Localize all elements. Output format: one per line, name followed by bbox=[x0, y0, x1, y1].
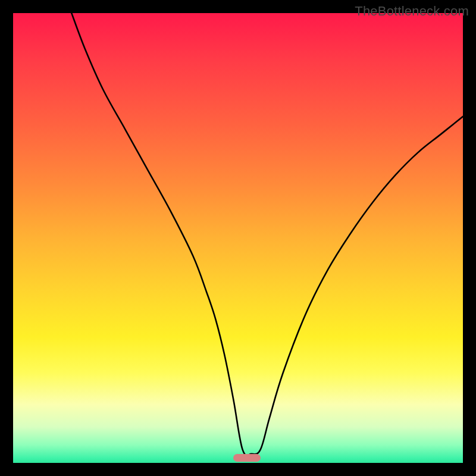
bottleneck-curve bbox=[71, 13, 463, 455]
curve-svg bbox=[13, 13, 463, 463]
chart-frame: TheBottleneck.com bbox=[0, 0, 476, 476]
watermark-text: TheBottleneck.com bbox=[355, 4, 469, 19]
optimum-marker bbox=[233, 454, 260, 462]
plot-area bbox=[13, 13, 463, 463]
